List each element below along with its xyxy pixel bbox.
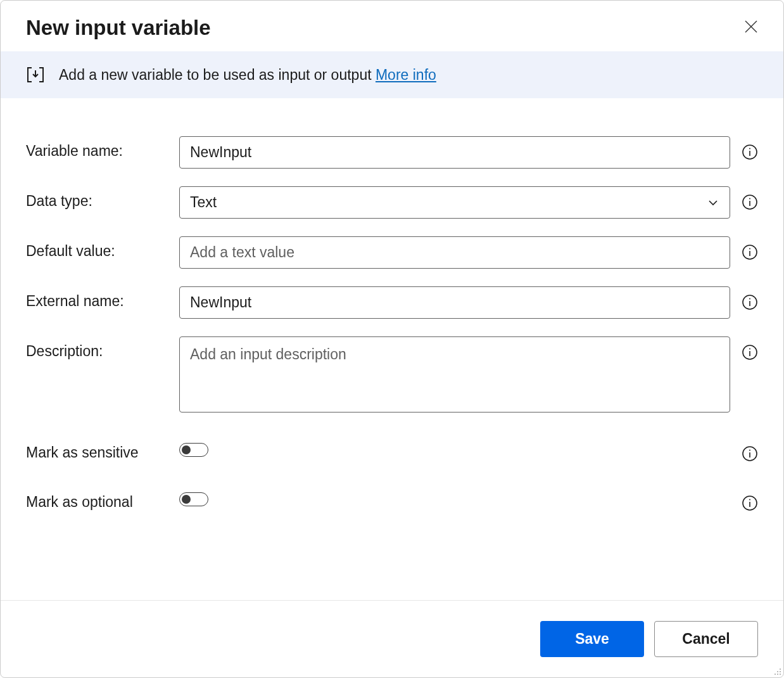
info-icon-external-name[interactable] <box>742 294 758 310</box>
svg-rect-23 <box>780 668 781 670</box>
info-icon <box>742 144 758 160</box>
dialog-title: New input variable <box>26 16 211 40</box>
input-variable-icon <box>26 65 45 84</box>
label-mark-sensitive: Mark as sensitive <box>26 438 179 461</box>
label-variable-name: Variable name: <box>26 136 179 160</box>
info-icon <box>742 244 758 260</box>
resize-grip-icon[interactable] <box>772 666 782 676</box>
label-data-type: Data type: <box>26 186 179 210</box>
info-icon-description[interactable] <box>742 344 758 361</box>
label-description: Description: <box>26 336 179 360</box>
row-external-name: External name: <box>26 286 758 319</box>
svg-rect-27 <box>777 674 778 675</box>
row-data-type: Data type: Text <box>26 186 758 219</box>
svg-point-22 <box>749 499 750 501</box>
close-icon <box>744 20 758 34</box>
info-icon-mark-sensitive[interactable] <box>742 445 758 462</box>
description-input[interactable] <box>179 336 730 413</box>
info-icon-default-value[interactable] <box>742 244 758 260</box>
row-default-value: Default value: <box>26 236 758 269</box>
cancel-button[interactable]: Cancel <box>654 621 758 657</box>
svg-rect-24 <box>777 671 778 672</box>
default-value-input[interactable] <box>179 236 730 269</box>
data-type-select[interactable]: Text <box>179 186 730 219</box>
variable-name-input[interactable] <box>179 136 730 169</box>
svg-rect-28 <box>780 674 781 675</box>
toggle-knob <box>182 495 191 504</box>
info-banner-text: Add a new variable to be used as input o… <box>59 67 436 84</box>
row-mark-optional: Mark as optional <box>26 487 758 511</box>
label-external-name: External name: <box>26 286 179 310</box>
chevron-down-icon <box>707 196 719 209</box>
info-banner-message: Add a new variable to be used as input o… <box>59 67 376 83</box>
save-button[interactable]: Save <box>540 621 644 657</box>
info-icon <box>742 344 758 361</box>
info-icon <box>742 445 758 462</box>
external-name-input[interactable] <box>179 286 730 319</box>
row-variable-name: Variable name: <box>26 136 758 169</box>
more-info-link[interactable]: More info <box>376 67 436 83</box>
svg-point-7 <box>749 198 750 200</box>
svg-rect-25 <box>780 671 781 672</box>
dialog-footer: Save Cancel <box>1 600 783 677</box>
form-body: Variable name: Data type: Text D <box>1 98 783 600</box>
row-mark-sensitive: Mark as sensitive <box>26 438 758 462</box>
info-icon <box>742 495 758 511</box>
toggle-mark-sensitive[interactable] <box>179 443 208 457</box>
svg-point-16 <box>749 349 750 350</box>
info-icon-mark-optional[interactable] <box>742 495 758 511</box>
new-input-variable-dialog: New input variable Add a new variable to… <box>0 0 784 678</box>
dialog-header: New input variable <box>1 1 783 51</box>
close-button[interactable] <box>742 17 761 39</box>
toggle-mark-optional[interactable] <box>179 492 208 506</box>
data-type-value: Text <box>190 194 217 211</box>
svg-point-4 <box>749 148 750 150</box>
info-icon-variable-name[interactable] <box>742 144 758 160</box>
info-icon <box>742 194 758 210</box>
row-description: Description: <box>26 336 758 413</box>
info-icon-data-type[interactable] <box>742 194 758 210</box>
label-default-value: Default value: <box>26 236 179 260</box>
info-icon <box>742 294 758 310</box>
info-banner: Add a new variable to be used as input o… <box>1 51 783 98</box>
svg-point-19 <box>749 450 750 451</box>
svg-point-13 <box>749 298 750 300</box>
label-mark-optional: Mark as optional <box>26 487 179 511</box>
svg-point-10 <box>749 248 750 250</box>
svg-rect-26 <box>775 674 776 675</box>
toggle-knob <box>182 445 191 454</box>
